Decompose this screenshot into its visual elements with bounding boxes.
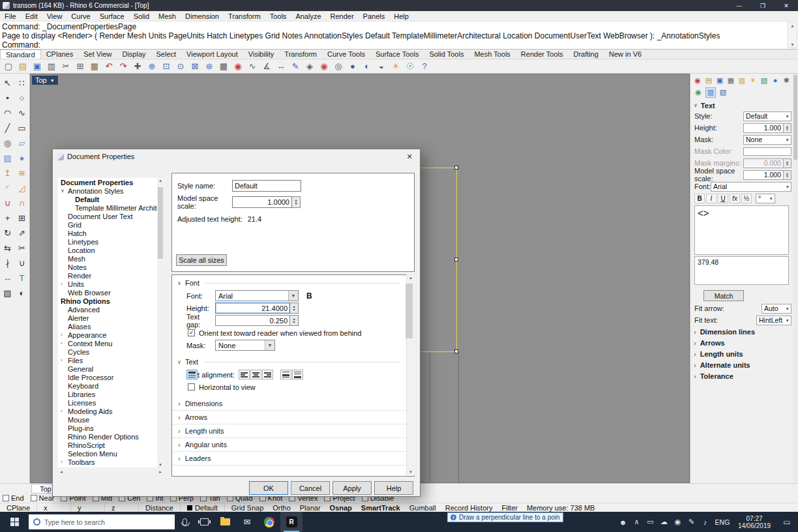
underline-button[interactable]: U xyxy=(718,194,728,203)
toggle-osnap[interactable]: Osnap xyxy=(330,504,352,512)
xray-mode-icon[interactable]: ◒ xyxy=(375,60,388,73)
help-icon[interactable]: ? xyxy=(418,60,431,73)
lock-icon[interactable]: ◈ xyxy=(303,60,316,73)
new-file-icon[interactable]: ▢ xyxy=(2,60,15,73)
coordinate-cell[interactable]: Distance xyxy=(139,503,181,512)
toolbar-tab[interactable]: Viewport Layout xyxy=(181,50,243,59)
mail-icon[interactable]: ✉ xyxy=(236,512,258,532)
tree-item[interactable]: ∨Annotation Styles xyxy=(58,186,157,195)
panel-scrollbar[interactable] xyxy=(793,74,798,483)
tree-item[interactable]: Alerter xyxy=(58,314,157,322)
clock[interactable]: 07:27 14/06/2019 xyxy=(733,515,776,529)
toolbar-tab[interactable]: Select xyxy=(151,50,182,59)
tree-item[interactable]: ›Modeling Aids xyxy=(58,407,157,415)
pan-icon[interactable]: ✚ xyxy=(131,60,144,73)
paste-icon[interactable]: ▦ xyxy=(88,60,101,73)
collapse-arrow-icon[interactable]: ∨ xyxy=(61,188,68,194)
command-scrollbar[interactable]: ▲ ▼ xyxy=(788,22,797,48)
tree-item[interactable]: Document User Text xyxy=(58,212,157,220)
ellipse-icon[interactable]: ◎ xyxy=(1,136,15,151)
section-leaders[interactable]: ›Leaders xyxy=(172,452,414,466)
menu-item[interactable]: View xyxy=(42,11,67,21)
text-gap-spinner[interactable]: ▴▾ xyxy=(290,315,299,326)
selection-grip[interactable] xyxy=(454,349,458,353)
circle-icon[interactable]: ○ xyxy=(15,91,29,106)
tree-item[interactable]: Linetypes xyxy=(58,237,157,246)
menu-item[interactable]: Tools xyxy=(265,11,291,21)
toolbar-tab[interactable]: Drafting xyxy=(568,50,604,59)
render-window-icon[interactable]: ◎ xyxy=(332,60,345,73)
tree-item[interactable]: Template Millimeter Architectural xyxy=(58,203,157,212)
coordinate-cell[interactable]: x xyxy=(37,503,71,512)
render-icon[interactable]: ◉ xyxy=(318,60,331,73)
coordinate-cell[interactable]: y xyxy=(71,503,105,512)
rectangle-icon[interactable]: ▭ xyxy=(15,121,29,136)
checkbox[interactable] xyxy=(31,495,37,501)
menu-item[interactable]: Mesh xyxy=(154,11,181,21)
join-icon[interactable]: ∪ xyxy=(15,256,29,271)
tree-item[interactable]: Grid xyxy=(58,220,157,229)
curve-tools-icon[interactable]: ∿ xyxy=(246,60,259,73)
toolbar-tab[interactable]: Visibility xyxy=(243,50,280,59)
hatch-icon[interactable]: ▨ xyxy=(1,286,15,301)
rhino-taskbar-icon[interactable]: R xyxy=(280,512,303,532)
tree-item[interactable]: Mesh xyxy=(58,254,157,263)
control-points-icon[interactable]: ∷ xyxy=(15,76,29,91)
tree-item[interactable]: Render xyxy=(58,271,157,280)
model-scale-input[interactable]: 1.000 xyxy=(743,170,784,180)
cut-icon[interactable]: ✂ xyxy=(59,60,72,73)
menu-item[interactable]: Edit xyxy=(21,11,42,21)
chevron-up-icon[interactable]: ∧ xyxy=(630,518,643,526)
curve-icon[interactable]: ∿ xyxy=(15,106,29,121)
toggle-gumball[interactable]: Gumball xyxy=(409,504,436,512)
layers-table-icon[interactable]: ▦ xyxy=(217,60,230,73)
section-alternate-units[interactable]: ›Alternate units xyxy=(690,359,793,370)
height-input[interactable]: 21.4000 xyxy=(215,303,290,314)
text-section-header[interactable]: ∨ Text xyxy=(690,100,793,110)
height-spinner[interactable]: ▴▾ xyxy=(290,303,299,314)
tree-item[interactable]: Document Properties xyxy=(58,178,157,186)
scale-icon[interactable]: ⇗ xyxy=(15,226,29,241)
tree-item[interactable]: Hatch xyxy=(58,229,157,237)
osnap-toggle[interactable]: Near xyxy=(31,494,55,502)
toggle-ortho[interactable]: Ortho xyxy=(273,504,291,512)
orient-text-checkbox[interactable] xyxy=(188,329,195,336)
libraries-icon[interactable]: ▥ xyxy=(737,75,746,85)
copy-object-icon[interactable]: ⊞ xyxy=(15,211,29,226)
ghosted-mode-icon[interactable]: ◐ xyxy=(361,60,374,73)
expand-arrow-icon[interactable]: › xyxy=(61,459,68,465)
menu-item[interactable]: Surface xyxy=(95,11,129,21)
menu-item[interactable]: Dimension xyxy=(181,11,224,21)
section-tolerance[interactable]: ›Tolerance xyxy=(690,370,793,381)
text-section-header[interactable]: ∨ Text xyxy=(172,355,414,368)
fit-text-select[interactable]: HintLeft▼ xyxy=(756,316,791,325)
tree-item[interactable]: ›Units xyxy=(58,280,157,288)
volume-icon[interactable]: ♪ xyxy=(698,518,712,526)
named-views-icon[interactable]: ▦ xyxy=(726,75,735,85)
tree-hscrollbar[interactable]: ◄► xyxy=(58,468,164,475)
mask-margins-input[interactable]: 0.000 xyxy=(743,158,784,168)
dimension-icon[interactable]: ↔ xyxy=(1,271,15,286)
tree-item[interactable]: Cycles xyxy=(58,347,157,356)
language-indicator[interactable]: ENG xyxy=(712,518,733,526)
pen-icon[interactable]: ✎ xyxy=(685,518,698,526)
tree-item[interactable]: Selection Menu xyxy=(58,449,157,458)
horizontal-to-view-checkbox[interactable] xyxy=(188,383,195,391)
rendering-icon[interactable]: ▧ xyxy=(760,75,769,85)
mask-color-swatch[interactable] xyxy=(743,147,791,156)
mask-margins-spinner[interactable]: ▴▾ xyxy=(784,158,791,168)
scrollbar-thumb[interactable] xyxy=(793,75,797,160)
tree-item[interactable]: Libraries xyxy=(58,390,157,398)
section-arrows[interactable]: ›Arrows xyxy=(690,337,793,348)
toolbar-tab[interactable]: Transform xyxy=(279,50,322,59)
height-spinner[interactable]: ▴▾ xyxy=(784,123,791,133)
memory-use[interactable]: Memory use: 738 MB xyxy=(527,504,595,512)
osnap-toggle[interactable]: End xyxy=(3,494,24,502)
fit-arrow-select[interactable]: Auto▼ xyxy=(761,304,791,314)
sphere-icon[interactable]: ● xyxy=(15,151,29,166)
mask-select[interactable]: None▼ xyxy=(743,135,791,145)
chamfer-icon[interactable]: ◿ xyxy=(15,181,29,196)
tree-item[interactable]: ›Toolbars xyxy=(58,458,157,466)
angle-tool-icon[interactable]: ∡ xyxy=(260,60,273,73)
dialog-title-bar[interactable]: Document Properties xyxy=(53,149,420,164)
